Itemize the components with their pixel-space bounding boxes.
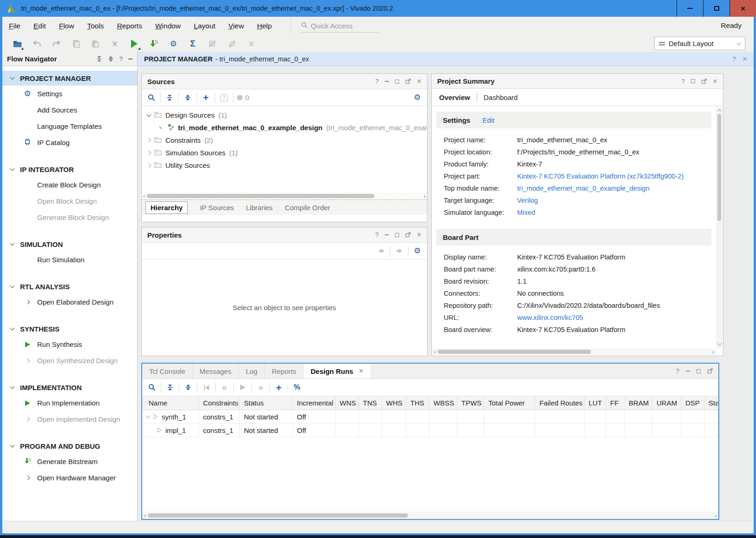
expand-all-icon[interactable]	[183, 384, 193, 391]
chevron-right-icon[interactable]	[159, 126, 162, 129]
chevron-down-icon[interactable]	[147, 112, 151, 117]
column-header[interactable]: Status	[240, 396, 293, 410]
close-tab-icon[interactable]	[359, 366, 363, 376]
sidebar-section-rtl-analysis[interactable]: RTL ANALYSIS	[2, 279, 137, 294]
field-value-link[interactable]: Verilog	[517, 197, 538, 204]
sidebar-section-project-manager[interactable]: PROJECT MANAGER	[2, 71, 137, 86]
column-header[interactable]: WNS	[335, 396, 359, 410]
close-panel-icon[interactable]	[417, 77, 421, 86]
column-header[interactable]: Failed Routes	[535, 396, 585, 410]
edit-settings-link[interactable]: Edit	[482, 116, 494, 124]
tab-messages[interactable]: Messages	[193, 364, 239, 379]
summary-vertical-scrollbar[interactable]	[716, 107, 723, 348]
paste-icon[interactable]	[91, 39, 100, 48]
quick-access-search[interactable]: Quick Access	[301, 20, 379, 33]
table-row-impl[interactable]: impl_1 constrs_1 Not started Off	[142, 424, 718, 437]
sidebar-item-create-block-design[interactable]: Create Block Design	[2, 177, 137, 193]
tab-overview[interactable]: Overview	[439, 93, 470, 101]
settings-gear-icon[interactable]	[169, 39, 178, 48]
sidebar-section-program-and-debug[interactable]: PROGRAM AND DEBUG	[2, 438, 137, 453]
sigma-report-icon[interactable]: Σ	[188, 39, 197, 48]
column-header[interactable]: Constraints	[199, 396, 240, 410]
minimize-panel-icon[interactable]	[686, 371, 690, 372]
generate-bitstream-icon[interactable]	[149, 39, 158, 48]
undo-icon[interactable]	[32, 39, 41, 48]
field-value-link[interactable]: www.xilinx.com/kc705	[517, 314, 583, 321]
layout-selector[interactable]: Default Layout	[654, 37, 745, 50]
create-run-icon[interactable]	[274, 383, 284, 392]
scroll-right-icon[interactable]: ›	[712, 349, 714, 355]
help-icon[interactable]	[681, 78, 685, 85]
sidebar-item-open-elaborated-design[interactable]: Open Elaborated Design	[2, 294, 137, 310]
runs-horizontal-scrollbar[interactable]: ‹ ›	[142, 511, 718, 519]
redo-icon[interactable]	[52, 39, 61, 48]
scroll-left-icon[interactable]: ‹	[144, 512, 146, 518]
close-button[interactable]: ×	[730, 0, 756, 17]
minimize-panel-icon[interactable]	[385, 81, 389, 82]
column-header[interactable]: TNS	[359, 396, 382, 410]
sources-horizontal-scrollbar[interactable]: ‹ ›	[142, 193, 427, 199]
chevron-right-icon[interactable]	[147, 151, 151, 155]
column-header[interactable]: WHS	[382, 396, 406, 410]
help-icon[interactable]	[676, 367, 679, 375]
menu-layout[interactable]: Layout	[187, 22, 222, 30]
float-panel-icon[interactable]	[701, 79, 707, 84]
sidebar-item-run-implementation[interactable]: Run Implementation	[2, 395, 137, 411]
scrollbar-thumb[interactable]	[717, 114, 721, 221]
search-icon[interactable]	[146, 94, 157, 101]
scroll-up-icon[interactable]	[717, 109, 722, 114]
sidebar-item-ip-catalog[interactable]: IP Catalog	[2, 134, 137, 151]
chevron-right-icon[interactable]	[147, 138, 151, 143]
scroll-right-icon[interactable]: ›	[715, 512, 717, 518]
add-sources-icon[interactable]	[201, 93, 211, 102]
sidebar-section-synthesis[interactable]: SYNTHESIS	[2, 321, 137, 336]
float-panel-icon[interactable]	[405, 79, 411, 84]
scrollbar-thumb[interactable]	[438, 350, 591, 354]
tab-dashboard[interactable]: Dashboard	[484, 93, 518, 101]
tree-item-simulation-sources[interactable]: Simulation Sources (1)	[142, 146, 427, 159]
sidebar-item-run-synthesis[interactable]: Run Synthesis	[2, 336, 137, 352]
tree-item-example-design[interactable]: tri_mode_ethernet_mac_0_example_design (…	[142, 121, 427, 134]
collapse-all-icon[interactable]	[164, 94, 175, 101]
field-value-link[interactable]: Kintex-7 KC705 Evaluation Platform (xc7k…	[517, 173, 684, 180]
help-icon[interactable]	[732, 55, 736, 63]
menu-tools[interactable]: Tools	[80, 22, 110, 30]
column-header[interactable]: Total Power	[484, 396, 535, 410]
tab-log[interactable]: Log	[239, 364, 265, 379]
delete-icon[interactable]: ×	[110, 39, 119, 48]
tree-item-constraints[interactable]: Constraints (2)	[142, 134, 427, 146]
menu-help[interactable]: Help	[250, 22, 278, 30]
chevron-right-icon[interactable]	[147, 163, 151, 168]
minimize-panel-icon[interactable]	[385, 234, 389, 235]
column-header[interactable]: Name	[142, 396, 199, 410]
float-panel-icon[interactable]	[707, 368, 713, 374]
column-header[interactable]: FF	[606, 396, 625, 410]
sidebar-section-ip-integrator[interactable]: IP INTEGRATOR	[2, 162, 137, 177]
summary-horizontal-scrollbar[interactable]: ‹ ›	[432, 348, 716, 355]
menu-file[interactable]: File	[2, 22, 27, 30]
expand-all-icon[interactable]	[108, 56, 114, 62]
maximize-panel-icon[interactable]	[697, 369, 701, 373]
collapse-all-icon[interactable]	[165, 384, 175, 391]
tab-tcl-console[interactable]: Tcl Console	[142, 364, 193, 379]
utilization-icon[interactable]	[292, 383, 302, 392]
tree-item-design-sources[interactable]: Design Sources (1)	[142, 109, 427, 121]
table-row-synth[interactable]: synth_1 constrs_1 Not started Off	[142, 410, 718, 424]
menu-view[interactable]: View	[222, 22, 250, 30]
tab-design-runs[interactable]: Design Runs	[303, 364, 370, 379]
column-header[interactable]: TPWS	[457, 396, 484, 410]
minimize-button[interactable]	[677, 0, 703, 17]
tree-item-utility-sources[interactable]: Utility Sources	[142, 159, 427, 172]
tab-reports[interactable]: Reports	[265, 364, 304, 379]
scroll-right-icon[interactable]: ›	[424, 193, 426, 199]
copy-icon[interactable]	[71, 39, 80, 48]
column-header[interactable]: THS	[406, 396, 429, 410]
expand-all-icon[interactable]	[183, 94, 193, 101]
close-panel-icon[interactable]	[417, 230, 421, 239]
scroll-left-icon[interactable]: ‹	[143, 193, 145, 199]
column-header[interactable]: Incremental	[293, 396, 335, 410]
search-icon[interactable]	[147, 384, 157, 391]
column-header[interactable]: WBSS	[429, 396, 457, 410]
open-project-icon[interactable]	[13, 39, 22, 48]
minimize-panel-icon[interactable]	[128, 59, 132, 60]
